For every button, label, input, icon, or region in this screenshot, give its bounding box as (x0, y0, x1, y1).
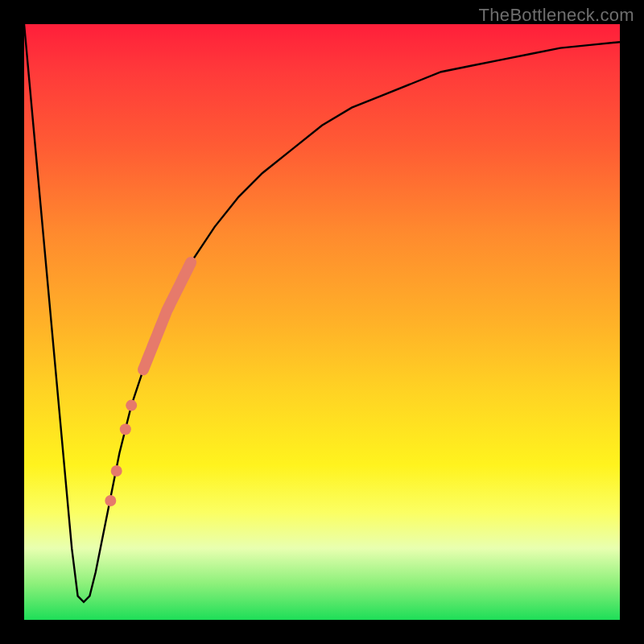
watermark-text: TheBottleneck.com (479, 5, 634, 26)
highlight-dot (105, 495, 116, 506)
highlight-band (143, 262, 191, 369)
highlight-dot (126, 400, 137, 411)
chart-svg (24, 24, 620, 620)
plot-area (24, 24, 620, 620)
chart-frame: TheBottleneck.com (0, 0, 644, 644)
highlight-dot (111, 465, 122, 477)
highlight-dot (120, 423, 131, 435)
bottleneck-curve (24, 24, 620, 602)
highlight-markers (105, 400, 137, 506)
